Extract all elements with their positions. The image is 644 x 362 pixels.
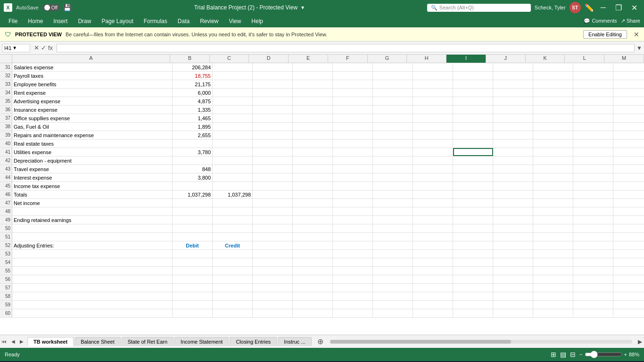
cell-j33[interactable] [493,80,533,88]
cell-a56[interactable] [12,275,173,283]
cell-b48[interactable] [173,207,213,215]
cell-h44[interactable] [413,173,453,181]
cell-e36[interactable] [293,106,333,114]
cell-m57[interactable] [613,284,644,292]
cell-i45[interactable] [453,182,493,190]
cell-k43[interactable] [533,165,573,173]
cell-d58[interactable] [253,292,293,300]
cell-m31[interactable] [613,63,644,71]
cell-m53[interactable] [613,250,644,258]
cell-a60[interactable] [12,309,173,317]
cell-j53[interactable] [493,250,533,258]
cell-i41[interactable] [453,148,493,156]
cell-a54[interactable] [12,258,173,266]
cell-l40[interactable] [573,140,613,148]
cell-b54[interactable] [173,258,213,266]
cell-k40[interactable] [533,140,573,148]
cell-c44[interactable] [213,173,253,181]
cell-k50[interactable] [533,224,573,232]
cell-l33[interactable] [573,80,613,88]
cell-l35[interactable] [573,97,613,105]
col-header-k[interactable]: K [526,55,565,63]
cell-a49[interactable]: Ending retained earnings [12,216,173,224]
cell-j39[interactable] [493,131,533,139]
cell-i52[interactable] [453,241,493,249]
cell-i39[interactable] [453,131,493,139]
cell-a39[interactable]: Repairs and maintenance expense [12,131,173,139]
cell-g56[interactable] [373,275,413,283]
cell-k46[interactable] [533,190,573,198]
sheet-nav-prev[interactable]: ◀ [9,338,17,345]
cell-d49[interactable] [253,216,293,224]
cell-e48[interactable] [293,207,333,215]
cell-l32[interactable] [573,72,613,80]
cell-b37[interactable]: 1,465 [173,114,213,122]
cell-g51[interactable] [373,233,413,241]
cell-h49[interactable] [413,216,453,224]
cell-j42[interactable] [493,156,533,165]
cell-h53[interactable] [413,250,453,258]
cell-i44[interactable] [453,173,493,181]
cell-h40[interactable] [413,140,453,148]
cell-c35[interactable] [213,97,253,105]
cell-i33[interactable] [453,80,493,88]
cell-k38[interactable] [533,123,573,131]
cell-g60[interactable] [373,309,413,317]
cell-k42[interactable] [533,156,573,165]
cell-h52[interactable] [413,241,453,249]
cell-j46[interactable] [493,190,533,198]
cell-i58[interactable] [453,292,493,300]
cell-c50[interactable] [213,224,253,232]
cell-a38[interactable]: Gas, Fuel & Oil [12,123,173,131]
cell-l60[interactable] [573,309,613,317]
cell-m46[interactable] [613,190,644,198]
cell-a45[interactable]: Income tax expense [12,182,173,190]
cell-e54[interactable] [293,258,333,266]
cell-g45[interactable] [373,182,413,190]
cell-k55[interactable] [533,267,573,275]
cell-d34[interactable] [253,89,293,97]
cell-d38[interactable] [253,123,293,131]
cell-g54[interactable] [373,258,413,266]
cell-i35[interactable] [453,97,493,105]
cell-m36[interactable] [613,106,644,114]
cell-g47[interactable] [373,199,413,207]
cell-b42[interactable] [173,156,213,165]
cell-c52[interactable]: Credit [213,241,253,249]
cell-b46[interactable]: 1,037,298 [173,190,213,198]
cell-e37[interactable] [293,114,333,122]
cell-l55[interactable] [573,267,613,275]
cell-b35[interactable]: 4,875 [173,97,213,105]
cell-i59[interactable] [453,301,493,309]
cell-i53[interactable] [453,250,493,258]
tab-file[interactable]: File [4,16,22,26]
cell-k56[interactable] [533,275,573,283]
cell-e31[interactable] [293,63,333,71]
cell-i49[interactable] [453,216,493,224]
cell-c51[interactable] [213,233,253,241]
cell-a53[interactable] [12,250,173,258]
cell-f40[interactable] [333,140,373,148]
cell-e45[interactable] [293,182,333,190]
cell-h43[interactable] [413,165,453,173]
cell-c54[interactable] [213,258,253,266]
cell-i40[interactable] [453,140,493,148]
cell-f58[interactable] [333,292,373,300]
cell-g35[interactable] [373,97,413,105]
sheet-tab-balance-sheet[interactable]: Balance Sheet [74,337,121,346]
cell-m42[interactable] [613,156,644,165]
cell-i36[interactable] [453,106,493,114]
cell-b50[interactable] [173,224,213,232]
cell-b44[interactable]: 3,800 [173,173,213,181]
cell-d41[interactable] [253,148,293,156]
tab-view[interactable]: View [224,16,246,26]
cell-d53[interactable] [253,250,293,258]
cell-k54[interactable] [533,258,573,266]
cell-c43[interactable] [213,165,253,173]
cell-e44[interactable] [293,173,333,181]
cell-k59[interactable] [533,301,573,309]
cell-h46[interactable] [413,190,453,198]
cell-c36[interactable] [213,106,253,114]
col-header-i[interactable]: I [446,55,486,63]
cell-d33[interactable] [253,80,293,88]
